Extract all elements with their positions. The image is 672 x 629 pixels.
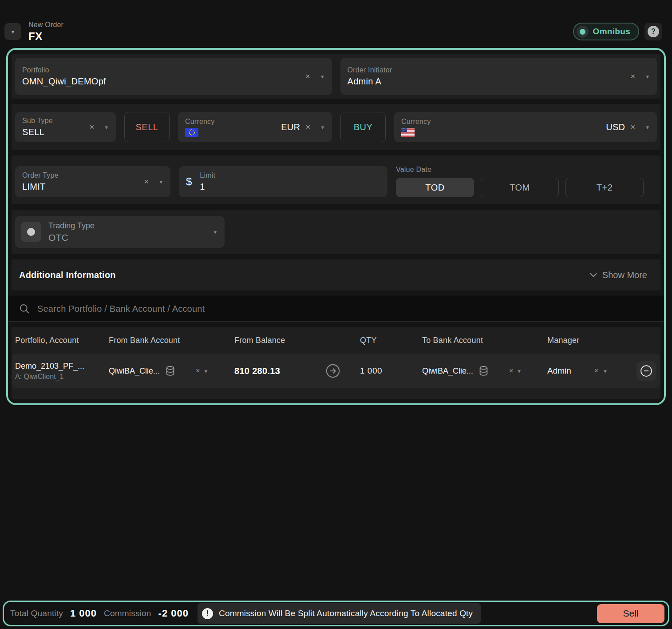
omnibus-indicator-icon xyxy=(577,26,589,38)
portfolio-name: Demo_2103_PF_... xyxy=(15,362,84,371)
order-type-label: Order Type xyxy=(22,171,138,179)
question-mark-icon: ? xyxy=(648,26,659,37)
column-header: From Balance xyxy=(234,336,360,345)
minus-circle-icon xyxy=(640,364,653,378)
value-date-option[interactable]: TOD xyxy=(396,178,474,197)
us-flag-icon xyxy=(401,128,415,137)
account-name: A: QiwiClient_1 xyxy=(15,373,63,381)
trading-type-select[interactable]: Trading Type OTC ▾ xyxy=(15,216,225,248)
clear-icon[interactable]: × xyxy=(509,367,513,375)
portfolio-select[interactable]: Portfolio OMN_Qiwi_DEMOpf × ▾ xyxy=(15,58,332,95)
portfolio-label: Portfolio xyxy=(22,66,300,74)
buy-currency-value: USD xyxy=(606,122,625,132)
order-form-panel: Portfolio OMN_Qiwi_DEMOpf × ▾ Order Init… xyxy=(6,48,666,405)
additional-information-title: Additional Information xyxy=(19,270,116,280)
chevron-down-icon[interactable]: ▾ xyxy=(646,73,649,80)
allocation-table-row: Demo_2103_PF_... A: QiwiClient_1 QiwiBA_… xyxy=(12,354,660,388)
qty-cell[interactable]: 1 000 xyxy=(360,366,422,376)
value-date-label: Value Date xyxy=(396,166,644,174)
clear-icon[interactable]: × xyxy=(305,122,310,132)
chevron-down-icon[interactable]: ▾ xyxy=(204,368,207,374)
limit-price-field[interactable]: $ Limit 1 xyxy=(179,166,387,197)
additional-information-section: Additional Information Show More xyxy=(12,259,660,291)
column-header: Portfolio, Account xyxy=(15,336,109,345)
chevron-down-icon xyxy=(590,273,597,277)
chevron-down-icon[interactable]: ▾ xyxy=(213,229,217,235)
arrow-right-circle-icon xyxy=(325,363,340,378)
order-initiator-select[interactable]: Order Initiator Admin A × ▾ xyxy=(340,58,657,95)
limit-value: 1 xyxy=(200,182,379,192)
sub-type-label: Sub Type xyxy=(22,117,84,125)
omnibus-toggle[interactable]: Omnibus xyxy=(573,23,639,40)
dollar-icon: $ xyxy=(186,175,192,188)
remove-row-button[interactable] xyxy=(636,361,656,381)
manager-select[interactable]: Admin × ▾ xyxy=(547,366,634,376)
sell-currency-value: EUR xyxy=(281,122,300,132)
order-type-select[interactable]: Order Type LIMIT × ▾ xyxy=(15,166,170,197)
collapse-order-button[interactable]: ▾ xyxy=(4,23,21,40)
sell-side-button[interactable]: SELL xyxy=(124,112,170,142)
clear-icon[interactable]: × xyxy=(594,367,598,375)
allocation-search-bar xyxy=(8,296,664,322)
value-date-group: Value Date TOD TOM T+2 xyxy=(396,166,644,197)
clear-icon[interactable]: × xyxy=(196,367,200,375)
trading-type-section: Trading Type OTC ▾ xyxy=(12,210,660,254)
sell-submit-button[interactable]: Sell xyxy=(597,604,664,623)
allocation-table-header: Portfolio, Account From Bank Account Fro… xyxy=(12,327,660,354)
total-quantity-label: Total Quantity xyxy=(10,609,63,618)
order-initiator-label: Order Initiator xyxy=(348,66,625,74)
chevron-down-icon[interactable]: ▾ xyxy=(105,124,108,131)
chevron-down-icon[interactable]: ▾ xyxy=(518,368,521,374)
from-bank-account-select[interactable]: QiwiBA_Clie... × ▾ xyxy=(109,365,234,377)
buy-currency-select[interactable]: Currency USD xyxy=(394,112,657,142)
window-header: ▾ New Order FX Omnibus ? xyxy=(0,0,672,48)
commission-notice: ! Commission Will Be Split Automatically… xyxy=(198,603,481,624)
value-date-option[interactable]: T+2 xyxy=(565,178,644,197)
clear-icon[interactable]: × xyxy=(144,177,149,187)
chevron-down-icon[interactable]: ▾ xyxy=(604,368,607,374)
page-title: FX xyxy=(28,30,63,43)
order-type-value: LIMIT xyxy=(22,182,138,192)
commission-value: -2 000 xyxy=(158,608,189,619)
trading-type-value: OTC xyxy=(48,232,203,243)
commission-notice-text: Commission Will Be Split Automatically A… xyxy=(219,609,473,618)
order-initiator-value: Admin A xyxy=(348,76,625,87)
chevron-down-icon[interactable]: ▾ xyxy=(321,124,324,131)
column-header: Manager xyxy=(547,336,634,345)
new-order-label: New Order xyxy=(28,21,63,29)
order-type-section: Order Type LIMIT × ▾ $ Limit 1 Value Dat… xyxy=(12,155,660,204)
clear-icon[interactable]: × xyxy=(89,122,94,132)
sell-currency-select[interactable]: Currency EUR × ▾ xyxy=(178,112,332,142)
chevron-down-icon[interactable]: ▾ xyxy=(646,124,649,131)
omnibus-label: Omnibus xyxy=(593,27,630,36)
order-summary-bar: Total Quantity 1 000 Commission -2 000 !… xyxy=(3,601,669,626)
portfolio-account-cell: Demo_2103_PF_... A: QiwiClient_1 xyxy=(15,362,109,381)
commission-label: Commission xyxy=(104,609,151,618)
clear-icon[interactable]: × xyxy=(630,122,635,132)
column-header: To Bank Account xyxy=(422,336,547,345)
value-date-option[interactable]: TOM xyxy=(481,178,559,197)
chevron-down-icon[interactable]: ▾ xyxy=(159,179,162,185)
from-balance-cell: 810 280.13 xyxy=(234,363,360,378)
total-quantity-value: 1 000 xyxy=(70,608,97,619)
to-bank-account-select[interactable]: QiwiBA_Clie... × ▾ xyxy=(422,365,547,377)
database-icon xyxy=(164,365,176,377)
database-icon xyxy=(478,365,490,377)
portfolio-section: Portfolio OMN_Qiwi_DEMOpf × ▾ Order Init… xyxy=(12,54,660,99)
qty-value: 1 000 xyxy=(360,366,382,376)
help-button[interactable]: ? xyxy=(644,23,662,40)
trading-type-label: Trading Type xyxy=(48,221,203,231)
show-more-button[interactable]: Show More xyxy=(590,270,647,280)
from-bank-account-value: QiwiBA_Clie... xyxy=(109,366,160,376)
exclamation-icon: ! xyxy=(202,608,213,619)
manager-value: Admin xyxy=(547,366,571,376)
sub-type-select[interactable]: Sub Type SELL × ▾ xyxy=(15,112,116,142)
chevron-down-icon[interactable]: ▾ xyxy=(321,73,324,80)
apply-balance-button[interactable] xyxy=(325,363,340,378)
column-header: From Bank Account xyxy=(109,336,234,345)
limit-label: Limit xyxy=(200,171,379,179)
allocation-search-input[interactable] xyxy=(37,304,653,314)
buy-side-button[interactable]: BUY xyxy=(340,112,386,142)
clear-icon[interactable]: × xyxy=(305,72,310,81)
clear-icon[interactable]: × xyxy=(630,72,635,81)
